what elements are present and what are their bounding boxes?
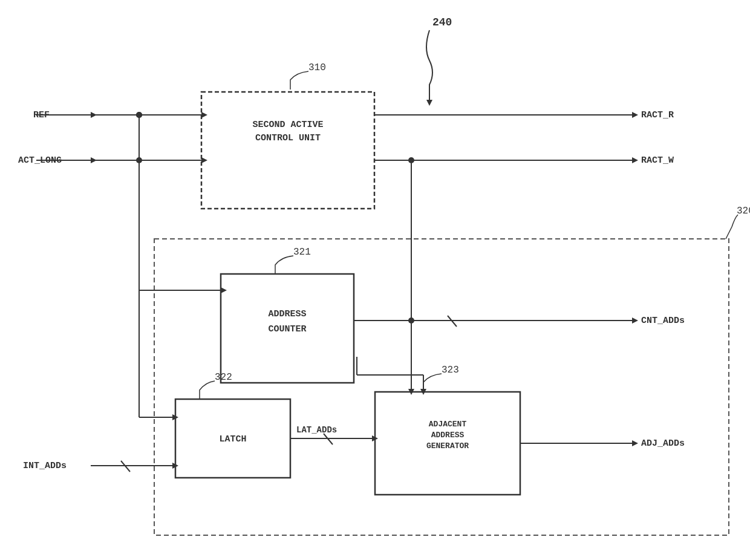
diagram-svg: 240 310 321 322 323 320 SECOND ACTIVE CO… [0, 0, 750, 560]
label-310: 310 [308, 62, 326, 73]
text-310-line2: CONTROL UNIT [255, 133, 321, 143]
label-ract-r: RACT_R [641, 110, 674, 120]
arrow-240 [426, 30, 432, 103]
arrow-adj-adds [632, 440, 638, 446]
arrow-ract-w [632, 157, 638, 163]
text-322: LATCH [219, 434, 246, 444]
label-ract-w: RACT_W [641, 155, 674, 166]
text-321-line2: COUNTER [268, 324, 306, 334]
label-322: 322 [215, 372, 232, 383]
arrow-act-long-start [91, 157, 97, 163]
arrow-ref-into-310 [201, 112, 207, 118]
arrow-cnt-adds [632, 317, 638, 324]
junction-ref-vertical [136, 112, 142, 118]
outer-box-320 [154, 239, 729, 535]
text-323-line2: ADDRESS [431, 431, 465, 440]
ref-line-322 [200, 381, 215, 399]
text-321-line1: ADDRESS [268, 309, 306, 319]
label-cnt-adds: CNT_ADDs [641, 316, 685, 326]
ref-line-321 [275, 256, 293, 274]
arrow-act-long-into-310 [201, 157, 207, 163]
label-int-adds: INT_ADDs [23, 461, 67, 471]
label-240: 240 [432, 16, 452, 28]
diagram-container: 240 310 321 322 323 320 SECOND ACTIVE CO… [0, 0, 750, 560]
ref-line-320 [726, 215, 738, 239]
label-320: 320 [737, 206, 750, 217]
text-310-line1: SECOND ACTIVE [252, 120, 323, 130]
arrow-ref-start [91, 112, 97, 118]
label-321: 321 [293, 247, 311, 258]
arrow-ract-r [632, 112, 638, 118]
text-323-line3: GENERATOR [426, 441, 469, 451]
arrow-into-321 [221, 287, 227, 293]
arrowhead-240 [426, 100, 432, 106]
label-323: 323 [442, 365, 459, 376]
label-lat-adds: LAT_ADDs [296, 425, 337, 435]
label-adj-adds: ADJ_ADDs [641, 438, 685, 449]
text-323-line1: ADJACENT [429, 420, 467, 429]
ref-line-310 [290, 71, 308, 90]
block-310 [201, 92, 374, 209]
